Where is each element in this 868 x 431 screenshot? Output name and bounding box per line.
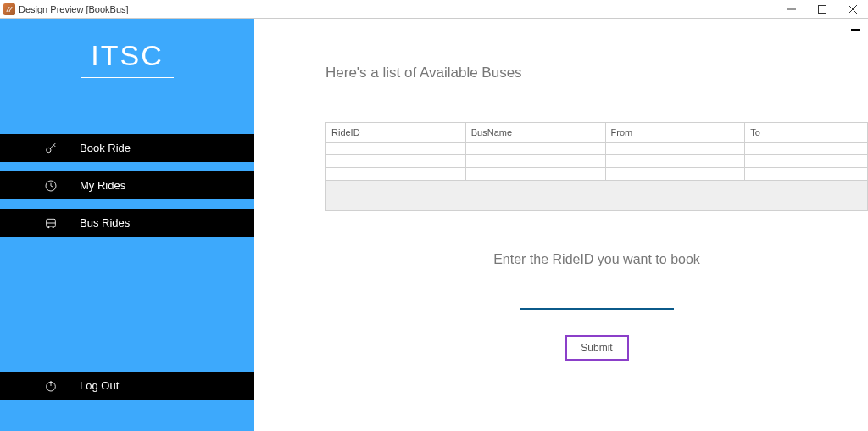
- svg-point-4: [47, 148, 51, 152]
- column-header-to[interactable]: To: [745, 123, 868, 143]
- sidebar-item-book-ride[interactable]: Book Ride: [0, 134, 254, 162]
- column-header-from[interactable]: From: [605, 123, 745, 143]
- window-title: Design Preview [BookBus]: [19, 4, 129, 14]
- table-row[interactable]: [326, 168, 868, 181]
- svg-line-9: [51, 186, 53, 187]
- main-content: Here's a list of Available Buses RideID …: [254, 19, 868, 431]
- maximize-button[interactable]: [807, 0, 837, 19]
- table-row[interactable]: [326, 155, 868, 168]
- page-heading: Here's a list of Available Buses: [326, 64, 868, 81]
- sidebar-item-logout[interactable]: Log Out: [0, 372, 254, 400]
- sidebar-item-label: Book Ride: [80, 142, 131, 154]
- sidebar-item-my-rides[interactable]: My Rides: [0, 171, 254, 199]
- sidebar-item-label: Bus Rides: [80, 216, 130, 229]
- app-icon: [3, 3, 15, 15]
- brand-underline: [81, 77, 174, 78]
- window-controls: [776, 0, 868, 19]
- key-icon: [42, 142, 59, 155]
- sidebar: ITSC Book Ride My Rides Bus Rides: [0, 19, 254, 431]
- prompt-text: Enter the RideID you want to book: [326, 252, 868, 267]
- buses-table[interactable]: RideID BusName From To: [326, 122, 868, 181]
- column-header-rideid[interactable]: RideID: [326, 123, 466, 143]
- minimize-button[interactable]: [776, 0, 807, 19]
- svg-rect-1: [819, 6, 826, 14]
- dash-icon: [851, 29, 860, 31]
- clock-icon: [42, 179, 59, 193]
- table-row[interactable]: [326, 143, 868, 155]
- submit-button[interactable]: Submit: [565, 335, 629, 361]
- close-button[interactable]: [837, 0, 868, 19]
- table-footer: [326, 181, 868, 211]
- svg-point-12: [47, 226, 49, 227]
- column-header-busname[interactable]: BusName: [465, 123, 605, 143]
- brand-title: ITSC: [0, 39, 254, 72]
- sidebar-item-bus-rides[interactable]: Bus Rides: [0, 209, 254, 237]
- svg-line-6: [53, 145, 55, 147]
- window-titlebar: Design Preview [BookBus]: [0, 0, 868, 19]
- rideid-input[interactable]: [520, 294, 674, 310]
- sidebar-item-label: Log Out: [80, 379, 119, 392]
- power-icon: [42, 379, 59, 393]
- sidebar-item-label: My Rides: [80, 179, 125, 192]
- bus-icon: [42, 216, 59, 230]
- svg-point-13: [53, 226, 54, 227]
